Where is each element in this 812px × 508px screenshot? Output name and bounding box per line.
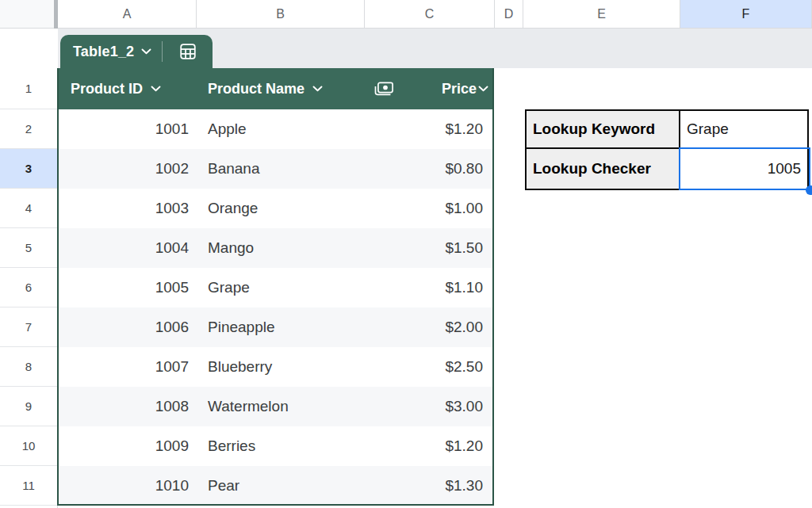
cell-lookup-checker-label[interactable]: Lookup Checker <box>527 149 680 189</box>
column-header-d[interactable]: D <box>495 0 523 29</box>
table-row: 1007Blueberry$2.50 <box>58 347 494 387</box>
cell-price[interactable]: $1.20 <box>365 109 494 149</box>
cell-product-id[interactable]: 1010 <box>58 466 197 506</box>
cell-price[interactable]: $1.10 <box>365 268 494 307</box>
cell-price[interactable]: $1.50 <box>365 228 494 268</box>
row-header-1[interactable]: 1 <box>0 68 58 109</box>
cell-lookup-keyword-value[interactable]: Grape <box>680 111 807 149</box>
cell-product-name[interactable]: Orange <box>197 189 365 228</box>
cell-product-name[interactable]: Pear <box>197 466 365 506</box>
chevron-down-icon <box>151 86 161 92</box>
cell-product-name[interactable]: Berries <box>197 426 365 466</box>
table-border-bottom <box>57 504 494 506</box>
row-header-3[interactable]: 3 <box>0 149 58 189</box>
table-row: 1003Orange$1.00 <box>58 189 494 228</box>
cell-price[interactable]: $2.50 <box>365 347 494 387</box>
table-row: 1010Pear$1.30 <box>58 466 494 506</box>
column-header-c[interactable]: C <box>365 0 495 29</box>
table-border-left <box>57 68 59 506</box>
currency-icon <box>374 82 394 96</box>
table-header-label: Product ID <box>71 81 143 97</box>
row-header-resize-bar[interactable] <box>54 0 58 29</box>
cell-product-name[interactable]: Apple <box>197 109 365 149</box>
cell-price[interactable]: $0.80 <box>365 149 494 189</box>
cell-product-name[interactable]: Grape <box>197 268 365 307</box>
cell-product-id[interactable]: 1002 <box>58 149 197 189</box>
cell-price[interactable]: $1.20 <box>365 426 494 466</box>
sheet-corner-cell[interactable] <box>0 0 54 29</box>
table-row: 1005Grape$1.10 <box>58 268 494 307</box>
table-row: 1006Pineapple$2.00 <box>58 307 494 347</box>
row-header-5[interactable]: 5 <box>0 228 58 268</box>
column-header-a[interactable]: A <box>58 0 197 29</box>
cell-lookup-keyword-label[interactable]: Lookup Keyword <box>527 111 680 149</box>
cell-product-id[interactable]: 1004 <box>58 228 197 268</box>
cell-product-name[interactable]: Watermelon <box>197 387 365 426</box>
row-header-9[interactable]: 9 <box>0 387 58 426</box>
cell-price[interactable]: $2.00 <box>365 307 494 347</box>
table-options-button[interactable] <box>163 35 213 68</box>
cell-price[interactable]: $1.30 <box>365 466 494 506</box>
row-header-8[interactable]: 8 <box>0 347 58 387</box>
column-header-e[interactable]: E <box>523 0 680 29</box>
cell-price[interactable]: $1.00 <box>365 189 494 228</box>
fill-handle[interactable] <box>806 185 812 195</box>
table-header-product-id[interactable]: Product ID <box>58 68 197 109</box>
table-row: 1004Mango$1.50 <box>58 228 494 268</box>
table-row: 1001Apple$1.20 <box>58 109 494 149</box>
cell-product-id[interactable]: 1007 <box>58 347 197 387</box>
cell-product-id[interactable]: 1008 <box>58 387 197 426</box>
cell-product-name[interactable]: Blueberry <box>197 347 365 387</box>
spreadsheet-canvas: Table1_2 Product ID Product Name <box>0 0 812 508</box>
cell-price[interactable]: $3.00 <box>365 387 494 426</box>
table-name-label: Table1_2 <box>60 44 134 60</box>
cell-product-name[interactable]: Banana <box>197 149 365 189</box>
table-name-chip[interactable]: Table1_2 <box>60 35 213 68</box>
cell-product-id[interactable]: 1005 <box>58 268 197 307</box>
row-header-4[interactable]: 4 <box>0 189 58 228</box>
cell-product-id[interactable]: 1003 <box>58 189 197 228</box>
table-border-right <box>492 68 494 506</box>
table-row: 1008Watermelon$3.00 <box>58 387 494 426</box>
active-cell-selection-box <box>679 147 810 190</box>
cell-product-id[interactable]: 1006 <box>58 307 197 347</box>
row-header-6[interactable]: 6 <box>0 268 58 307</box>
table-header-label: Price <box>442 81 477 97</box>
row-header-2[interactable]: 2 <box>0 109 58 149</box>
row-header-7[interactable]: 7 <box>0 307 58 347</box>
row-header-10[interactable]: 10 <box>0 426 58 466</box>
table-row: 1009Berries$1.20 <box>58 426 494 466</box>
row-header-11[interactable]: 11 <box>0 466 58 506</box>
cell-product-name[interactable]: Mango <box>197 228 365 268</box>
cell-product-id[interactable]: 1001 <box>58 109 197 149</box>
table-header-product-name[interactable]: Product Name <box>197 68 365 109</box>
cell-product-name[interactable]: Pineapple <box>197 307 365 347</box>
table-grid-icon <box>179 43 197 60</box>
chevron-down-icon <box>141 48 151 55</box>
column-header-f[interactable]: F <box>680 0 812 29</box>
chevron-down-icon <box>478 86 488 92</box>
cell-product-id[interactable]: 1009 <box>58 426 197 466</box>
table-header-price[interactable]: Price <box>365 68 494 109</box>
column-header-b[interactable]: B <box>197 0 365 29</box>
table-header-label: Product Name <box>208 81 304 97</box>
table-row: 1002Banana$0.80 <box>58 149 494 189</box>
chevron-down-icon <box>312 86 323 92</box>
